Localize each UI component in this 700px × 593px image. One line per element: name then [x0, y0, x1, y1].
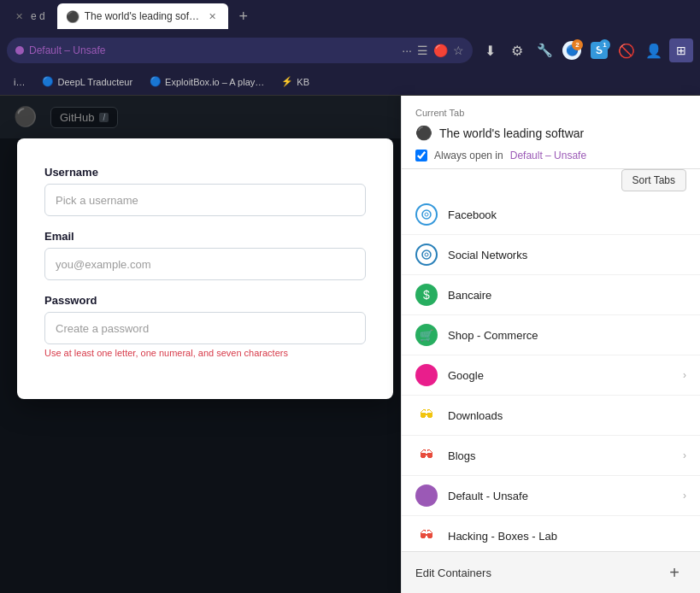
settings-icon-btn[interactable]: ⚙: [505, 38, 529, 62]
sort-tabs-row: Sort Tabs: [402, 169, 700, 195]
downloads-label: Downloads: [448, 409, 686, 422]
social-container-icon: [415, 244, 438, 266]
container-dot: [15, 46, 24, 55]
always-open-checkbox[interactable]: [415, 150, 427, 161]
container-item-downloads[interactable]: 🕶 Downloads: [402, 396, 700, 436]
fingerprint-icon-svg: [421, 208, 432, 220]
blocked-icon-btn[interactable]: 🚫: [615, 38, 638, 62]
bookmark-icon-1: i…: [14, 77, 25, 87]
default-label: Default - Unsafe: [448, 490, 673, 502]
address-bar[interactable]: Default – Unsafe ··· ☰ 🔴 ☆: [7, 38, 473, 63]
svg-point-2: [422, 250, 431, 259]
bookmark-item-1[interactable]: i…: [7, 75, 32, 89]
bancaire-label: Bancaire: [448, 289, 686, 302]
downloads-container-icon: 🕶: [415, 404, 438, 426]
facebook-container-icon: [415, 203, 438, 226]
nav-icons: ⬇ ⚙ 🔧 🔵 2 S 1 🚫 👤 ⊞: [478, 38, 693, 62]
star-icon[interactable]: ☆: [453, 44, 464, 57]
email-input[interactable]: [44, 248, 366, 280]
search-slash-icon: /: [99, 113, 109, 122]
bookmark-item-2[interactable]: 🔵 DeepL Traducteur: [35, 74, 139, 89]
pocket-icon[interactable]: ☰: [417, 44, 428, 57]
tab-close-2[interactable]: ✕: [206, 9, 220, 23]
always-open-text: Always open in: [434, 150, 503, 161]
bancaire-container-icon: $: [415, 284, 438, 306]
svg-point-0: [422, 210, 431, 219]
github-header-text: GitHub: [60, 111, 94, 124]
tab-close-1[interactable]: ✕: [12, 9, 26, 23]
bookmark-label-3: ExploitBox.io – A play…: [165, 77, 264, 87]
username-label: Username: [44, 166, 366, 179]
panel-tab-title: The world's leading softwar: [439, 126, 584, 140]
username-group: Username: [44, 166, 366, 216]
bookmark-favicon-2: 🔵: [42, 76, 54, 87]
fingerprint2-icon-svg: [421, 249, 432, 261]
download-icon: ⬇: [485, 43, 496, 59]
extension2-badge: 1: [599, 39, 610, 50]
grid-icon-btn[interactable]: ⊞: [669, 38, 693, 62]
always-open-row: Always open in Default – Unsafe: [415, 150, 686, 161]
bookmark-item-3[interactable]: 🔵 ExploitBox.io – A play…: [143, 74, 271, 89]
container-item-social[interactable]: Social Networks: [402, 235, 700, 275]
hacking-container-icon: 🕶: [415, 525, 438, 547]
panel-tab-row: ⚫ The world's leading softwar: [415, 125, 686, 141]
container-item-shop[interactable]: 🛒 Shop - Commerce: [402, 315, 700, 355]
google-label: Google: [448, 369, 673, 382]
person-icon-btn[interactable]: 👤: [642, 38, 666, 62]
blocked-icon: 🚫: [618, 43, 635, 59]
blogs-arrow-icon: ›: [683, 449, 686, 461]
wrench-icon-btn[interactable]: 🔧: [532, 38, 556, 62]
social-label: Social Networks: [448, 249, 686, 261]
container-item-default[interactable]: Default - Unsafe ›: [402, 476, 700, 516]
new-tab-button[interactable]: +: [232, 4, 256, 28]
bookmark-label-2: DeepL Traducteur: [57, 77, 132, 87]
add-container-button[interactable]: +: [662, 561, 686, 584]
shop-container-icon: 🛒: [415, 324, 438, 346]
bookmarks-bar: i… 🔵 DeepL Traducteur 🔵 ExploitBox.io – …: [0, 68, 700, 96]
panel-header: Current Tab ⚫ The world's leading softwa…: [402, 96, 700, 169]
edit-containers-button[interactable]: Edit Containers: [415, 567, 491, 579]
sort-tabs-button[interactable]: Sort Tabs: [621, 169, 686, 191]
main-content: ⚫ GitHub / Sign in or Username Email Pas…: [0, 96, 700, 593]
tab-label-1: e d: [31, 10, 45, 22]
extension1-btn[interactable]: 🔵 2: [560, 38, 584, 62]
container-item-facebook[interactable]: Facebook: [402, 195, 700, 235]
tab-label-2: The world's leading software d...: [85, 10, 201, 22]
password-input[interactable]: [44, 312, 366, 344]
container-item-blogs[interactable]: 🕶 Blogs ›: [402, 436, 700, 476]
svg-point-3: [425, 253, 428, 256]
grid-icon: ⊞: [676, 44, 686, 57]
container-item-hacking[interactable]: 🕶 Hacking - Boxes - Lab: [402, 516, 700, 551]
current-tab-label: Current Tab: [415, 108, 686, 118]
hacking-label: Hacking - Boxes - Lab: [448, 530, 686, 543]
download-icon-btn[interactable]: ⬇: [478, 38, 502, 62]
always-open-container-link[interactable]: Default – Unsafe: [510, 150, 586, 161]
extension2-btn[interactable]: S 1: [587, 38, 611, 62]
person-icon: 👤: [645, 43, 662, 59]
container-item-bancaire[interactable]: $ Bancaire: [402, 275, 700, 315]
password-label: Password: [44, 294, 366, 307]
blogs-label: Blogs: [448, 449, 673, 462]
panel-tab-favicon: ⚫: [415, 125, 432, 141]
nav-bar: Default – Unsafe ··· ☰ 🔴 ☆ ⬇ ⚙ 🔧 🔵 2 S 1…: [0, 32, 700, 68]
github-search-bar[interactable]: GitHub /: [50, 107, 118, 128]
bookmark-favicon-4: ⚡: [281, 76, 293, 87]
tab-inactive-1[interactable]: ✕ e d: [3, 3, 54, 29]
panel-footer: Edit Containers +: [402, 551, 700, 593]
signup-form: Username Email Password Use at least one…: [17, 138, 393, 399]
tab-bar: ✕ e d ⚫ The world's leading software d..…: [0, 0, 700, 32]
bookmark-item-4[interactable]: ⚡ KB: [274, 74, 316, 89]
container-item-google[interactable]: Google ›: [402, 355, 700, 396]
blogs-container-icon: 🕶: [415, 444, 438, 467]
email-group: Email: [44, 230, 366, 280]
facebook-label: Facebook: [448, 208, 686, 221]
address-ellipsis: ···: [402, 44, 412, 57]
bookmark-label-4: KB: [297, 77, 309, 87]
container-list: Facebook Social Networks $ Bancaire: [402, 195, 700, 551]
username-input[interactable]: [44, 184, 366, 216]
extension1-badge: 2: [572, 39, 583, 50]
gear-icon: ⚙: [511, 43, 523, 59]
tab-active-2[interactable]: ⚫ The world's leading software d... ✕: [57, 3, 228, 29]
github-favicon: ⚫: [66, 10, 79, 23]
extension-icon[interactable]: 🔴: [433, 44, 448, 57]
